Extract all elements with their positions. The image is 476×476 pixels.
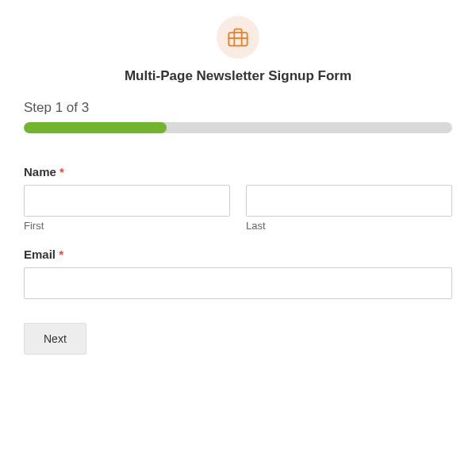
briefcase-icon-circle — [217, 16, 259, 59]
email-label-text: Email — [24, 248, 56, 261]
name-label-text: Name — [24, 165, 56, 178]
step-label: Step 1 of 3 — [24, 100, 452, 116]
name-required: * — [60, 165, 64, 178]
last-name-input[interactable] — [246, 185, 452, 217]
first-name-sublabel: First — [24, 220, 230, 232]
email-label: Email * — [24, 248, 452, 261]
name-label: Name * — [24, 165, 452, 178]
progress-bar — [24, 122, 452, 133]
progress-fill — [24, 122, 167, 133]
form-title: Multi-Page Newsletter Signup Form — [24, 68, 452, 84]
svg-rect-0 — [228, 33, 247, 45]
last-name-sublabel: Last — [246, 220, 452, 232]
first-name-input[interactable] — [24, 185, 230, 217]
next-button[interactable]: Next — [24, 323, 86, 355]
email-required: * — [59, 248, 63, 261]
briefcase-icon — [227, 26, 249, 48]
email-input[interactable] — [24, 267, 452, 299]
